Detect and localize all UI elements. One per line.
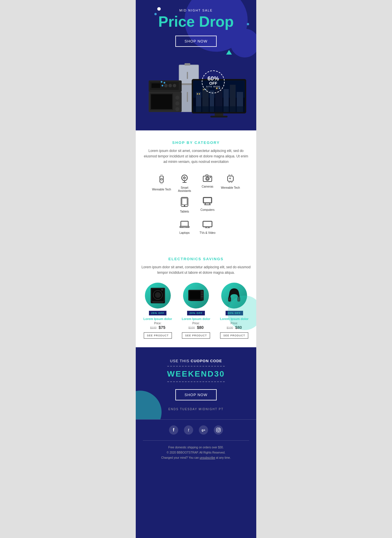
coupon-divider-bottom <box>167 381 225 382</box>
hero-shop-now-button[interactable]: SHOP NOW <box>175 36 217 47</box>
product-1-new-price: $75 <box>159 325 165 330</box>
category-wearable-tech-1[interactable]: Wereable Tech <box>152 174 172 192</box>
product-card-3: 20% OFF Lorem Ipsum dolor Price: $100 $8… <box>217 283 251 339</box>
categories-grid-row2: Laptops TVs & Video <box>143 218 249 237</box>
svg-rect-61 <box>231 181 232 183</box>
svg-rect-31 <box>199 93 200 95</box>
product-1-see-product-button[interactable]: SEE PRODUCT <box>144 332 172 339</box>
product-2-prices: $100 $80 <box>188 325 203 330</box>
svg-rect-97 <box>238 298 239 300</box>
svg-rect-36 <box>193 106 245 112</box>
footer-divider <box>143 440 249 441</box>
svg-rect-50 <box>184 176 185 180</box>
category-tvs-video[interactable]: TVs & Video <box>197 221 218 234</box>
smart-assistants-icon <box>180 174 189 185</box>
discount-off: OFF <box>209 81 217 85</box>
facebook-icon[interactable]: f <box>169 425 178 435</box>
product-1-prices: $100 $75 <box>150 325 165 330</box>
svg-rect-65 <box>182 198 187 205</box>
svg-point-100 <box>219 429 220 429</box>
product-2-see-product-button[interactable]: SEE PRODUCT <box>182 332 210 339</box>
price-drop-heading: Price Drop <box>141 14 251 30</box>
wearable-tech-2-icon <box>226 174 234 185</box>
svg-rect-4 <box>187 92 188 102</box>
svg-rect-44 <box>160 182 163 184</box>
svg-rect-73 <box>181 222 188 226</box>
coupon-shop-now-button[interactable]: SHOP NOW <box>175 389 217 400</box>
shop-by-category-desc: Lorem ipsum dolor sit amet, consectetur … <box>143 148 249 165</box>
category-label-laptops: Laptops <box>179 231 190 234</box>
category-smart-assistants[interactable]: Smart Assistants <box>174 174 195 192</box>
deco-dots <box>160 80 169 89</box>
google-plus-icon[interactable]: g+ <box>199 425 208 435</box>
coupon-use-text: USE THIS CUOPON CODE <box>143 359 249 363</box>
coupon-code: WEEKEND30 <box>143 369 249 379</box>
social-icons-row: f t g+ <box>143 425 249 435</box>
instagram-icon[interactable] <box>214 425 223 435</box>
product-1-badge: 25% OFF <box>149 311 167 315</box>
svg-point-56 <box>210 177 211 178</box>
unsubscribe-link[interactable]: unsubscribe <box>200 456 215 459</box>
category-tablets[interactable]: Tablets <box>174 197 195 213</box>
tvs-video-icon <box>202 221 213 230</box>
category-label-cameras: Cameras <box>202 185 214 188</box>
footer-line2: © 2020 BBBOOTSTRAP. All Rights Reserved. <box>143 450 249 455</box>
category-cameras[interactable]: Cameras <box>197 174 218 192</box>
category-label-wearable-tech-1: Wereable Tech <box>152 188 171 191</box>
svg-rect-90 <box>201 294 203 295</box>
svg-rect-98 <box>216 428 220 432</box>
coupon-bg-teal <box>136 391 162 419</box>
svg-rect-77 <box>203 222 211 226</box>
product-1-image <box>145 283 171 308</box>
midnight-sale-label: MID NIGHT SALE <box>141 9 251 12</box>
product-3-see-product-button[interactable]: SEE PRODUCT <box>220 332 248 339</box>
category-computers[interactable]: Computers <box>197 197 218 213</box>
coupon-divider-top <box>167 366 225 367</box>
svg-point-11 <box>175 101 179 105</box>
svg-point-66 <box>184 205 185 206</box>
discount-badge: 60% OFF SITE WIDE <box>202 70 225 93</box>
products-row: 25% OFF Lorem Ipsum dolor Price: $100 $7… <box>140 283 252 339</box>
svg-point-99 <box>218 429 220 431</box>
coupon-section: USE THIS CUOPON CODE WEEKEND30 SHOP NOW … <box>136 347 256 419</box>
svg-point-18 <box>173 84 176 87</box>
svg-point-54 <box>207 178 208 180</box>
product-3-name: Lorem Ipsum dolor <box>220 317 249 321</box>
svg-rect-68 <box>204 198 211 203</box>
product-3-prices: $100 $80 <box>227 325 242 330</box>
svg-rect-85 <box>152 302 163 303</box>
svg-rect-59 <box>231 175 232 176</box>
svg-point-17 <box>168 84 172 87</box>
category-label-tablets: Tablets <box>180 210 189 213</box>
twitter-icon[interactable]: t <box>184 425 193 435</box>
product-card-1: 25% OFF Lorem Ipsum dolor Price: $100 $7… <box>141 283 175 339</box>
svg-rect-75 <box>183 227 186 227</box>
product-2-price-label: Price: <box>192 322 200 325</box>
svg-rect-60 <box>229 181 230 183</box>
svg-rect-95 <box>237 297 240 302</box>
product-card-2: 20% OFF Lorem Ipsum dolor Price: $100 $8… <box>179 283 213 339</box>
category-wearable-tech-2[interactable]: Wereable Tech <box>220 174 240 192</box>
svg-point-41 <box>162 85 163 86</box>
footer-section: f t g+ Free domestic shipping on orders … <box>136 419 256 466</box>
footer-line1: Free domestic shipping on orders over $3… <box>143 445 249 450</box>
svg-rect-32 <box>203 89 204 90</box>
product-2-image <box>183 283 209 308</box>
svg-rect-55 <box>206 175 208 176</box>
category-label-computers: Computers <box>201 208 215 211</box>
product-3-old-price: $100 <box>227 326 233 329</box>
svg-rect-38 <box>210 116 228 117</box>
wearable-tech-1-icon <box>158 174 166 186</box>
svg-rect-15 <box>152 83 160 88</box>
svg-rect-91 <box>201 296 203 297</box>
category-laptops[interactable]: Laptops <box>174 221 195 234</box>
svg-rect-72 <box>181 221 188 226</box>
svg-point-84 <box>155 292 161 298</box>
svg-point-10 <box>175 96 179 100</box>
discount-percent: 60% <box>207 76 219 81</box>
svg-rect-6 <box>185 63 190 65</box>
svg-rect-43 <box>160 174 163 176</box>
svg-rect-92 <box>190 291 200 299</box>
product-3-new-price: $80 <box>235 325 242 330</box>
discount-sitewide: SITE WIDE <box>206 85 220 88</box>
